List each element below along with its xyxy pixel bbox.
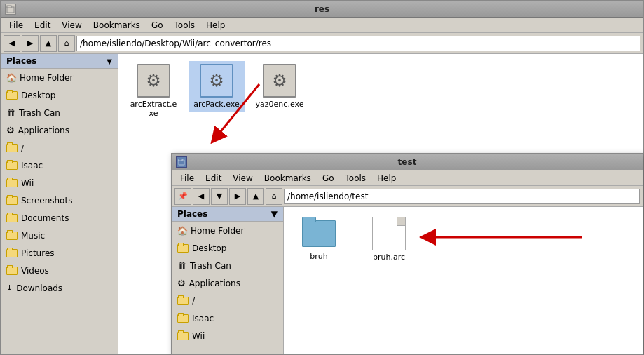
sidebar-item-music[interactable]: Music	[1, 227, 118, 244]
yaz0enc-icon: ⚙	[263, 64, 296, 98]
file-item-arcextract[interactable]: ⚙ arcExtract.exe	[125, 61, 181, 121]
bruh-folder-icon	[302, 217, 336, 248]
inner-isaac-icon	[177, 314, 189, 323]
toolbar-up-btn[interactable]: ▲	[40, 35, 57, 52]
menu-go[interactable]: Go	[146, 19, 169, 32]
menu-view[interactable]: View	[56, 19, 87, 32]
inner-sidebar-item-trash[interactable]: 🗑 Trash Can	[172, 257, 283, 274]
inner-toolbar: 📌 ◀ ▼ ▶ ▲ ⌂ /home/isliendo/test	[172, 186, 643, 207]
desktop-folder-icon	[6, 91, 18, 100]
file-item-bruh-folder[interactable]: bruh	[291, 214, 347, 264]
toolbar-forward-btn[interactable]: ▶	[22, 35, 39, 52]
inner-title: test	[398, 157, 417, 167]
inner-toolbar-up-btn[interactable]: ▲	[247, 188, 264, 205]
documents-folder-icon	[6, 214, 18, 222]
outer-menu-bar: File Edit View Bookmarks Go Tools Help	[1, 18, 643, 33]
inner-sidebar-item-home[interactable]: 🏠 Home Folder	[172, 222, 283, 239]
inner-menu-tools[interactable]: Tools	[340, 172, 372, 185]
inner-menu-bookmarks[interactable]: Bookmarks	[259, 172, 317, 185]
inner-sidebar-item-wii[interactable]: Wii	[172, 327, 283, 344]
svg-rect-3	[179, 159, 182, 161]
music-folder-icon	[6, 232, 18, 240]
inner-sidebar-item-root[interactable]: /	[172, 292, 283, 309]
inner-window-icon	[176, 156, 187, 168]
inner-menu-go[interactable]: Go	[317, 172, 340, 185]
sidebar-item-documents[interactable]: Documents	[1, 209, 118, 227]
sidebar-collapse-arrow[interactable]: ▼	[107, 58, 112, 65]
arcpack-icon: ⚙	[200, 64, 233, 98]
sidebar-item-videos[interactable]: Videos	[1, 262, 118, 279]
outer-title-bar: res	[1, 1, 643, 18]
inner-toolbar-back-btn[interactable]: ◀	[193, 188, 210, 205]
outer-address-bar[interactable]: /home/isliendo/Desktop/Wii/arc_convertor…	[76, 36, 640, 51]
outer-sidebar: Places ▼ 🏠 Home Folder Desktop 🗑 Trash C…	[1, 54, 118, 354]
file-item-arcpack[interactable]: ⚙ arcPack.exe	[189, 61, 245, 112]
inner-sidebar-arrow[interactable]: ▼	[271, 209, 278, 219]
inner-desktop-icon	[177, 244, 189, 253]
wii-folder-icon	[6, 179, 18, 187]
gear-icon-3: ⚙	[272, 71, 287, 91]
sidebar-item-applications[interactable]: ⚙ Applications	[1, 121, 118, 139]
sidebar-item-home[interactable]: 🏠 Home Folder	[1, 69, 118, 86]
menu-edit[interactable]: Edit	[29, 19, 56, 32]
inner-file-area: bruh bruh.arc	[284, 207, 643, 354]
root-folder-icon	[6, 144, 18, 152]
outer-toolbar: ◀ ▶ ▲ ⌂ /home/isliendo/Desktop/Wii/arc_c…	[1, 33, 643, 54]
inner-address-bar[interactable]: /home/isliendo/test	[284, 189, 640, 204]
inner-menu-view[interactable]: View	[227, 172, 258, 185]
inner-sidebar-item-desktop[interactable]: Desktop	[172, 239, 283, 257]
file-item-bruh-arc[interactable]: bruh.arc	[361, 214, 417, 264]
inner-wii-icon	[177, 332, 189, 340]
inner-window: test File Edit View Bookmarks Go Tools H…	[171, 153, 643, 355]
sidebar-item-downloads[interactable]: ↓ Downloads	[1, 279, 118, 297]
inner-trash-icon: 🗑	[177, 260, 186, 271]
sidebar-item-desktop[interactable]: Desktop	[1, 86, 118, 104]
inner-menu-file[interactable]: File	[174, 172, 200, 185]
toolbar-home-btn[interactable]: ⌂	[58, 35, 75, 52]
outer-file-grid: ⚙ arcExtract.exe ⚙ arcPack.exe ⚙ yaz0	[125, 61, 636, 121]
arcpack-label: arcPack.exe	[193, 100, 239, 109]
inner-menu-bar: File Edit View Bookmarks Go Tools Help	[172, 170, 643, 186]
inner-menu-help[interactable]: Help	[371, 172, 402, 185]
inner-toolbar-dropdown-btn[interactable]: ▼	[211, 188, 228, 205]
inner-toolbar-pin-btn[interactable]: 📌	[174, 188, 191, 205]
inner-sidebar-item-applications[interactable]: ⚙ Applications	[172, 274, 283, 292]
sidebar-item-wii[interactable]: Wii	[1, 174, 118, 192]
inner-sidebar-item-isaac[interactable]: Isaac	[172, 309, 283, 327]
home-icon: 🏠	[6, 73, 16, 83]
outer-window-icon	[5, 4, 16, 15]
inner-toolbar-home-btn[interactable]: ⌂	[266, 188, 282, 205]
sidebar-item-trash[interactable]: 🗑 Trash Can	[1, 104, 118, 121]
applications-icon: ⚙	[6, 125, 15, 135]
sidebar-item-root[interactable]: /	[1, 139, 118, 156]
inner-applications-icon: ⚙	[177, 278, 186, 288]
menu-tools[interactable]: Tools	[169, 19, 201, 32]
inner-title-bar: test	[172, 154, 643, 170]
sidebar-item-screenshots[interactable]: Screenshots	[1, 192, 118, 209]
sidebar-item-isaac[interactable]: Isaac	[1, 156, 118, 174]
outer-title: res	[315, 4, 329, 14]
bruh-folder-label: bruh	[310, 252, 327, 261]
inner-toolbar-forward-btn[interactable]: ▶	[229, 188, 246, 205]
pictures-folder-icon	[6, 249, 18, 257]
inner-root-icon	[177, 297, 189, 305]
menu-file[interactable]: File	[4, 19, 29, 32]
toolbar-back-btn[interactable]: ◀	[4, 35, 20, 52]
gear-icon: ⚙	[146, 71, 161, 91]
inner-file-grid: bruh bruh.arc	[291, 214, 636, 264]
menu-help[interactable]: Help	[200, 19, 231, 32]
bruh-arc-label: bruh.arc	[373, 253, 405, 262]
sidebar-item-pictures[interactable]: Pictures	[1, 244, 118, 262]
file-item-yaz0enc[interactable]: ⚙ yaz0enc.exe	[252, 61, 308, 112]
yaz0enc-label: yaz0enc.exe	[256, 100, 304, 109]
screenshots-folder-icon	[6, 196, 18, 205]
isaac-folder-icon	[6, 161, 18, 170]
menu-bookmarks[interactable]: Bookmarks	[88, 19, 146, 32]
inner-home-icon: 🏠	[177, 226, 187, 236]
inner-menu-edit[interactable]: Edit	[200, 172, 227, 185]
arcextract-icon: ⚙	[137, 64, 170, 98]
bruh-arc-icon	[372, 217, 406, 250]
outer-sidebar-header: Places ▼	[1, 54, 118, 69]
gear-icon-2: ⚙	[209, 71, 224, 91]
svg-rect-1	[7, 6, 11, 8]
